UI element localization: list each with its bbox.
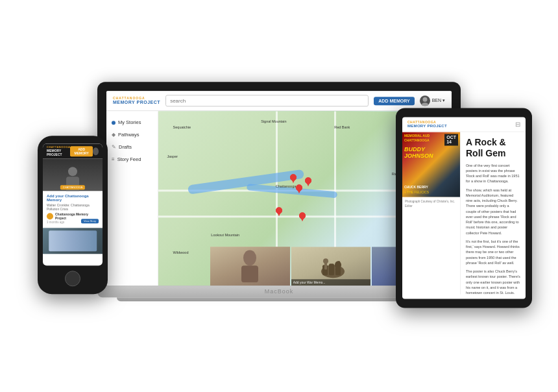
laptop-foot: [117, 297, 441, 301]
storyfeed-label: Story Feed: [117, 156, 141, 162]
svg-point-1: [422, 103, 428, 106]
svg-point-14: [299, 212, 306, 219]
map-label-wildwood: Wildwood: [173, 251, 189, 254]
laptop-search-input[interactable]: [165, 95, 369, 106]
phone-card-org: Chattanooga Memory Project: [47, 212, 99, 220]
tablet-content: MEMORIAL AUDCHATTANOOGA OCT14 BUDDYJOHNS…: [402, 132, 526, 294]
photo-portrait: [210, 247, 290, 286]
phone-topbar: CHATTANOOGA MEMORY PROJECT ADD MEMORY: [43, 143, 103, 158]
phone-screen: CHATTANOOGA MEMORY PROJECT ADD MEMORY CH…: [43, 143, 103, 265]
laptop-username: BEN ▾: [432, 98, 445, 103]
tablet-screen: CHATTANOOGA MEMORY PROJECT ⊟ MEMORIAL AU…: [402, 117, 526, 299]
svg-point-11: [276, 207, 282, 214]
tablet-topbar: CHATTANOOGA MEMORY PROJECT ⊟: [402, 117, 526, 132]
my-stories-dot: [112, 121, 115, 125]
svg-point-8: [296, 184, 302, 191]
svg-marker-15: [300, 217, 304, 221]
svg-rect-18: [241, 265, 258, 282]
svg-marker-3: [291, 178, 295, 183]
my-stories-label: My Stories: [118, 119, 141, 125]
laptop-user-menu[interactable]: BEN ▾: [420, 95, 445, 106]
svg-marker-6: [306, 182, 310, 186]
photo-horse: Add your War Memo...: [291, 247, 371, 286]
sidebar-item-pathways[interactable]: ◆ Pathways: [106, 129, 158, 141]
map-label-redbank: Red Bank: [334, 125, 350, 129]
svg-marker-9: [297, 189, 301, 193]
phone-story-card: Add your Chattanooga Memory Walter Cronk…: [43, 191, 103, 228]
tablet-outer: CHATTANOOGA MEMORY PROJECT ⊟ MEMORIAL AU…: [396, 108, 532, 308]
phone-street-overlay: [49, 230, 97, 251]
poster-header: MEMORIAL AUDCHATTANOOGA: [404, 134, 430, 142]
map-label-chattanooga: Chattanooga: [276, 184, 297, 188]
tablet-article-title: A Rock & Roll Gem: [466, 137, 520, 159]
svg-point-25: [323, 258, 328, 263]
pathways-label: Pathways: [118, 132, 140, 138]
phone-avatar: [93, 147, 99, 155]
poster-date: OCT14: [444, 134, 458, 145]
svg-point-5: [305, 177, 311, 184]
svg-point-4: [292, 176, 295, 178]
svg-rect-24: [338, 261, 340, 266]
svg-point-10: [298, 186, 300, 189]
phone-org-name: Chattanooga Memory Project: [55, 212, 99, 220]
phone-location-badge: CHATTANOOGA: [60, 185, 85, 190]
phone-street-photo: [43, 228, 103, 254]
tablet-article: A Rock & Roll Gem One of the very first …: [461, 132, 526, 294]
tablet-close-icon[interactable]: ⊟: [515, 121, 520, 128]
tablet-body-2: The show, which was held at Memorial Aud…: [466, 188, 520, 236]
tablet-body-4: The poster is also Chuck Berry's earlies…: [466, 269, 520, 295]
phone-card-title: Add your Chattanooga Memory: [47, 194, 99, 202]
phone: CHATTANOOGA MEMORY PROJECT ADD MEMORY CH…: [38, 136, 108, 294]
svg-point-2: [290, 174, 297, 180]
sidebar-item-mystories[interactable]: My Stories: [106, 116, 158, 129]
map-pin-3: [296, 184, 302, 192]
poster-artist-3: + THE FELICICS: [404, 190, 429, 194]
map-label-signal: Signal Mountain: [261, 120, 286, 124]
map-pin-5: [299, 212, 306, 220]
phone-org-logo: [47, 213, 53, 219]
pathways-icon: ◆: [112, 132, 115, 138]
drafts-icon: ✎: [112, 144, 116, 150]
svg-marker-12: [277, 212, 281, 216]
tablet-logo-main: MEMORY PROJECT: [407, 124, 447, 128]
map-label-jasper: Jasper: [167, 154, 178, 158]
sidebar-item-storyfeed[interactable]: ≡ Story Feed: [106, 153, 158, 165]
tablet-caption: Photograph Courtesy of Christie's, Inc.E…: [402, 197, 460, 212]
svg-point-13: [278, 209, 280, 212]
laptop-add-memory-button[interactable]: ADD MEMORY: [374, 97, 414, 105]
phone-logo: CHATTANOOGA MEMORY PROJECT: [47, 145, 70, 156]
drafts-label: Drafts: [119, 144, 132, 150]
phone-outer: CHATTANOOGA MEMORY PROJECT ADD MEMORY CH…: [38, 136, 108, 294]
svg-rect-26: [324, 263, 327, 269]
map-pin-2: [305, 177, 311, 185]
poster-artist-main: BUDDYJOHNSON: [404, 146, 433, 159]
laptop-sidebar: My Stories ◆ Pathways ✎ Drafts: [106, 111, 158, 286]
svg-point-16: [301, 214, 304, 217]
tablet-concert-poster: MEMORIAL AUDCHATTANOOGA OCT14 BUDDYJOHNS…: [402, 132, 460, 197]
svg-point-17: [243, 250, 256, 265]
tablet-caption-text: Photograph Courtesy of Christie's, Inc.E…: [405, 200, 455, 208]
map-label-sequatchie: Sequatchie: [173, 125, 191, 129]
map-pin-1: [290, 174, 297, 182]
storyfeed-icon: ≡: [112, 156, 115, 162]
phone-card-subtitle: Walter Cronkite: Chattanooga Pollution C…: [47, 203, 99, 211]
svg-point-7: [307, 179, 309, 182]
scene: CHATTANOOGA MEMORY PROJECT ADD MEMORY BE…: [0, 0, 558, 392]
map-label-lookout: Lookout Mountain: [211, 233, 239, 237]
tablet-logo: CHATTANOOGA MEMORY PROJECT: [407, 120, 447, 128]
phone-home-button[interactable]: [65, 271, 80, 286]
svg-point-0: [422, 97, 427, 102]
phone-logo-main: MEMORY PROJECT: [47, 149, 70, 156]
map-pin-4: [276, 207, 282, 215]
photo-horse-overlay: Add your War Memo...: [291, 279, 371, 286]
phone-add-memory-button[interactable]: ADD MEMORY: [70, 146, 92, 156]
phone-banner: CHATTANOOGA: [43, 158, 103, 191]
tablet-body-3: It's not the first, but it's one of the …: [466, 239, 520, 265]
tablet-left-panel: MEMORIAL AUDCHATTANOOGA OCT14 BUDDYJOHNS…: [402, 132, 461, 294]
sidebar-item-drafts[interactable]: ✎ Drafts: [106, 141, 158, 153]
laptop-logo: CHATTANOOGA MEMORY PROJECT: [113, 97, 160, 104]
phone-button-row: [43, 271, 103, 286]
svg-rect-21: [329, 263, 334, 275]
tablet-body-1: One of the very first concert posters in…: [466, 163, 520, 184]
poster-artist-2: CHUCK BERRY: [404, 185, 428, 189]
